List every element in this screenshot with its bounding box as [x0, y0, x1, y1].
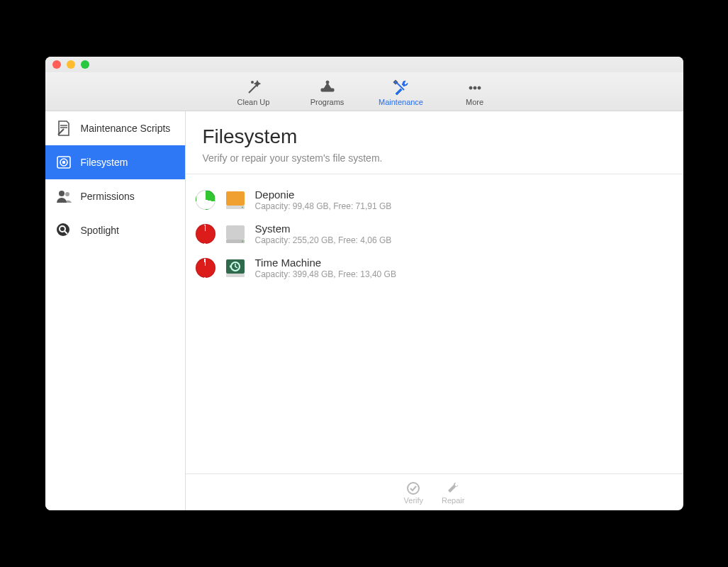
sidebar-item-label: Permissions: [81, 191, 135, 202]
usage-pie-icon: [196, 224, 215, 244]
volume-name: Deponie: [255, 189, 392, 201]
volume-name: System: [255, 223, 392, 235]
svg-point-7: [474, 86, 476, 89]
window-controls: [52, 60, 89, 69]
sidebar-item-label: Filesystem: [81, 157, 128, 168]
sidebar-item-filesystem[interactable]: Filesystem: [45, 145, 185, 179]
svg-rect-29: [226, 274, 245, 277]
volume-disk-icon: [224, 189, 247, 211]
toolbar-programs-label: Programs: [310, 98, 345, 106]
toolbar-more-label: More: [466, 98, 483, 106]
main-panel: Filesystem Verify or repair your system'…: [186, 111, 683, 510]
toolbar-maintenance[interactable]: Maintenance: [376, 78, 427, 106]
main-header: Filesystem Verify or repair your system'…: [186, 111, 683, 174]
volume-text: DeponieCapacity: 99,48 GB, Free: 71,91 G…: [255, 189, 392, 211]
search-icon: [54, 220, 74, 240]
volume-name: Time Machine: [255, 257, 396, 269]
repair-icon: [446, 481, 460, 496]
volume-info: Capacity: 255,20 GB, Free: 4,06 GB: [255, 235, 392, 245]
tools-icon: [392, 78, 410, 98]
svg-point-16: [65, 192, 69, 196]
sidebar: Maintenance Scripts Filesystem: [45, 111, 186, 510]
sidebar-item-permissions[interactable]: Permissions: [45, 179, 185, 213]
repair-label: Repair: [442, 496, 464, 505]
svg-point-3: [326, 81, 329, 84]
volume-row[interactable]: DeponieCapacity: 99,48 GB, Free: 71,91 G…: [193, 183, 676, 217]
toolbar-cleanup[interactable]: Clean Up: [228, 78, 279, 106]
svg-point-1: [252, 82, 253, 83]
toolbar-more[interactable]: More: [449, 78, 500, 106]
verify-button[interactable]: Verify: [404, 481, 424, 505]
usage-pie-icon: [196, 190, 215, 210]
svg-line-0: [249, 84, 257, 93]
svg-point-26: [242, 241, 243, 242]
script-icon: [54, 118, 74, 138]
volume-row[interactable]: Time MachineCapacity: 399,48 GB, Free: 1…: [193, 251, 676, 285]
usage-pie-icon: [196, 258, 215, 278]
svg-rect-20: [226, 191, 245, 206]
titlebar: [45, 57, 683, 72]
sidebar-item-spotlight[interactable]: Spotlight: [45, 213, 185, 247]
zoom-button[interactable]: [81, 60, 89, 69]
svg-point-6: [469, 86, 472, 89]
svg-point-17: [57, 223, 69, 236]
svg-point-8: [478, 86, 481, 89]
verify-label: Verify: [404, 496, 424, 505]
volume-info: Capacity: 399,48 GB, Free: 13,40 GB: [255, 269, 396, 279]
sidebar-item-label: Spotlight: [81, 225, 119, 236]
toolbar-programs[interactable]: Programs: [302, 78, 353, 106]
volume-disk-icon: [224, 257, 247, 279]
toolbar-maintenance-label: Maintenance: [379, 98, 423, 106]
volume-text: SystemCapacity: 255,20 GB, Free: 4,06 GB: [255, 223, 392, 245]
app-window: Clean Up Programs Maintenan: [45, 57, 683, 510]
volume-text: Time MachineCapacity: 399,48 GB, Free: 1…: [255, 257, 396, 279]
users-icon: [54, 186, 74, 206]
sidebar-item-maintenance-scripts[interactable]: Maintenance Scripts: [45, 111, 185, 145]
sidebar-item-label: Maintenance Scripts: [81, 123, 171, 134]
body: Maintenance Scripts Filesystem: [45, 111, 683, 510]
volume-list: DeponieCapacity: 99,48 GB, Free: 71,91 G…: [186, 174, 683, 473]
svg-point-15: [59, 191, 65, 196]
svg-point-14: [62, 162, 65, 164]
close-button[interactable]: [52, 60, 61, 69]
programs-icon: [318, 78, 337, 98]
minimize-button[interactable]: [67, 60, 75, 69]
svg-point-30: [408, 483, 419, 494]
volume-info: Capacity: 99,48 GB, Free: 71,91 GB: [255, 201, 392, 211]
verify-icon: [406, 481, 420, 496]
svg-point-22: [242, 207, 243, 208]
page-title: Filesystem: [203, 125, 666, 148]
volume-row[interactable]: SystemCapacity: 255,20 GB, Free: 4,06 GB: [193, 217, 676, 251]
disk-icon: [54, 152, 74, 172]
toolbar: Clean Up Programs Maintenan: [45, 72, 683, 111]
repair-button[interactable]: Repair: [442, 481, 464, 505]
more-icon: [466, 78, 484, 98]
volume-disk-icon: [224, 223, 247, 245]
page-subtitle: Verify or repair your system's file syst…: [203, 152, 666, 164]
svg-rect-2: [321, 89, 334, 91]
wand-icon: [245, 78, 263, 98]
svg-rect-23: [226, 225, 245, 240]
footer: Verify Repair: [186, 473, 683, 510]
toolbar-cleanup-label: Clean Up: [237, 98, 270, 106]
